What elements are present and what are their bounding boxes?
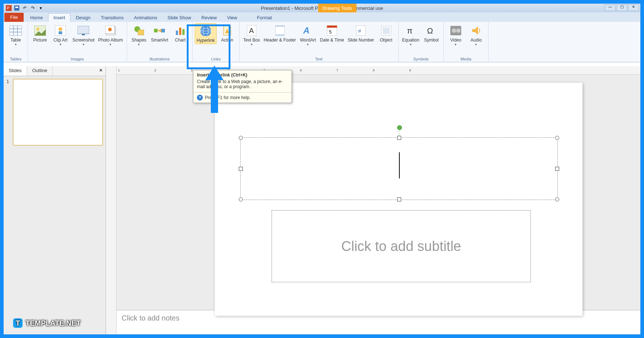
- title-placeholder[interactable]: [240, 137, 558, 200]
- svg-rect-13: [59, 31, 62, 34]
- tab-view[interactable]: View: [222, 13, 242, 22]
- slidenumber-button[interactable]: #Slide Number: [346, 23, 376, 47]
- selection-handle[interactable]: [555, 197, 559, 201]
- pane-close-button[interactable]: ✕: [96, 66, 106, 76]
- symbol-button[interactable]: ΩSymbol: [422, 23, 441, 47]
- chart-button[interactable]: Chart: [170, 23, 190, 47]
- tab-file[interactable]: File: [4, 13, 24, 22]
- group-symbols: πEquation▾ ΩSymbol Symbols: [399, 22, 444, 62]
- headerfooter-icon: [273, 24, 287, 37]
- app-icon: P: [6, 5, 12, 11]
- svg-point-12: [59, 27, 62, 31]
- svg-point-10: [36, 28, 39, 31]
- svg-point-18: [108, 28, 112, 31]
- chart-icon: [174, 24, 187, 37]
- svg-text:π: π: [407, 26, 412, 35]
- audio-icon: [470, 24, 483, 37]
- watermark-icon: T: [13, 318, 23, 328]
- svg-text:Ω: Ω: [427, 26, 433, 35]
- tab-animations[interactable]: Animations: [129, 13, 162, 22]
- title-bar: P ↶ ↷ ▾ Presentation1 - Microsoft PowerP…: [4, 4, 640, 12]
- symbol-icon: Ω: [425, 24, 438, 37]
- svg-point-50: [456, 28, 461, 33]
- svg-text:#: #: [358, 28, 361, 34]
- selection-handle[interactable]: [555, 136, 559, 140]
- svg-rect-20: [138, 30, 144, 35]
- wordart-icon: A: [301, 24, 315, 37]
- slides-pane: Slides Outline ✕ 1: [4, 66, 106, 334]
- object-icon: [380, 24, 393, 37]
- clipart-icon: [54, 24, 67, 37]
- tab-slideshow[interactable]: Slide Show: [162, 13, 196, 22]
- qat-dropdown-icon[interactable]: ▾: [38, 5, 44, 11]
- tab-review[interactable]: Review: [196, 13, 222, 22]
- selection-handle[interactable]: [397, 197, 401, 201]
- screenshot-button[interactable]: Screenshot▾: [71, 23, 96, 47]
- video-button[interactable]: Video▾: [446, 23, 466, 47]
- svg-marker-23: [158, 29, 161, 32]
- svg-point-49: [452, 28, 456, 33]
- shapes-icon: [133, 24, 146, 37]
- svg-text:A: A: [303, 25, 309, 35]
- hyperlink-icon: [199, 24, 212, 38]
- svg-text:5: 5: [329, 30, 332, 35]
- picture-icon: [33, 24, 47, 37]
- object-button[interactable]: Object: [376, 23, 396, 47]
- maximize-button[interactable]: ▢: [616, 4, 627, 11]
- svg-rect-21: [154, 29, 158, 32]
- textbox-button[interactable]: AText Box▾: [242, 23, 261, 47]
- selection-handle[interactable]: [397, 136, 401, 140]
- close-button[interactable]: ✕: [628, 4, 639, 11]
- svg-rect-25: [179, 28, 181, 35]
- equation-icon: π: [404, 24, 417, 37]
- tab-format[interactable]: Format: [252, 13, 277, 22]
- svg-marker-52: [205, 66, 224, 113]
- datetime-button[interactable]: 5Date & Time: [319, 23, 345, 47]
- watermark: T TEMPLATE.NET: [13, 318, 81, 328]
- picture-button[interactable]: Picture: [30, 23, 50, 47]
- tab-transitions[interactable]: Transitions: [96, 13, 129, 22]
- thumbnail-number: 1: [7, 79, 11, 84]
- minimize-button[interactable]: —: [605, 4, 616, 11]
- pane-tab-slides[interactable]: Slides: [4, 66, 27, 76]
- tab-design[interactable]: Design: [71, 13, 95, 22]
- selection-handle[interactable]: [239, 197, 243, 201]
- table-icon: [9, 24, 22, 37]
- tab-home[interactable]: Home: [25, 13, 48, 22]
- slidenumber-icon: #: [354, 24, 367, 37]
- photoalbum-icon: [104, 24, 117, 37]
- group-images: Picture Clip Art▾ Screenshot▾ Photo Albu…: [28, 22, 127, 62]
- group-text: AText Box▾ Header & Footer AWordArt▾ 5Da…: [240, 22, 398, 62]
- action-icon: [221, 24, 234, 37]
- smartart-button[interactable]: SmartArt: [150, 23, 170, 47]
- svg-rect-4: [9, 25, 22, 36]
- ribbon-tabs: File Home Insert Design Transitions Anim…: [4, 12, 640, 22]
- svg-text:P: P: [7, 6, 9, 10]
- undo-icon[interactable]: ↶: [22, 5, 28, 11]
- clipart-button[interactable]: Clip Art▾: [51, 23, 70, 47]
- selection-handle[interactable]: [239, 136, 243, 140]
- group-illustrations: Shapes▾ SmartArt Chart Illustrations: [127, 22, 193, 62]
- equation-button[interactable]: πEquation▾: [401, 23, 421, 47]
- headerfooter-button[interactable]: Header & Footer: [262, 23, 297, 47]
- contextual-tab-drawing-tools: Drawing Tools: [318, 4, 356, 12]
- svg-rect-14: [78, 26, 89, 34]
- hyperlink-button[interactable]: Hyperlink: [195, 23, 217, 44]
- svg-rect-22: [161, 29, 165, 32]
- action-button[interactable]: Action: [217, 23, 237, 44]
- photoalbum-button[interactable]: Photo Album▾: [97, 23, 125, 47]
- shapes-button[interactable]: Shapes▾: [129, 23, 149, 47]
- selection-handle[interactable]: [555, 167, 559, 171]
- selection-handle[interactable]: [239, 167, 243, 171]
- wordart-button[interactable]: AWordArt▾: [298, 23, 318, 47]
- subtitle-placeholder[interactable]: Click to add subtitle: [272, 210, 531, 282]
- svg-rect-40: [327, 25, 337, 28]
- slide-canvas[interactable]: Click to add subtitle: [215, 83, 582, 316]
- tab-insert[interactable]: Insert: [48, 13, 71, 22]
- slide-thumbnail[interactable]: [13, 79, 103, 145]
- pane-tab-outline[interactable]: Outline: [27, 66, 52, 76]
- save-icon[interactable]: [14, 5, 20, 11]
- audio-button[interactable]: Audio▾: [466, 23, 486, 47]
- redo-icon[interactable]: ↷: [30, 5, 36, 11]
- table-button[interactable]: Table▾: [6, 23, 25, 47]
